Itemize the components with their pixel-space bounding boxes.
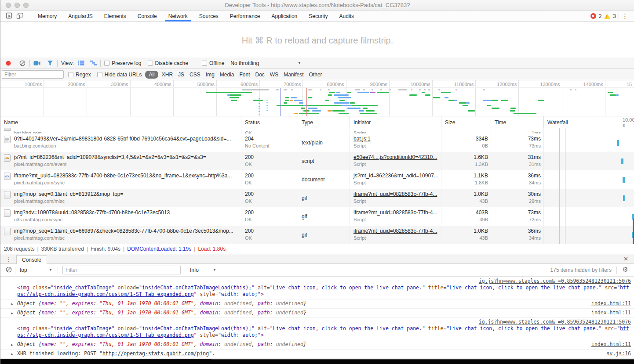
console-source-link[interactable]: ig.js?hn=www.staples.com& =0.85963524812…: [479, 278, 631, 284]
disable-cache-checkbox[interactable]: [148, 61, 153, 66]
record-icon[interactable]: [5, 60, 12, 67]
resource-filter-ws[interactable]: WS: [267, 71, 281, 79]
console-source-link[interactable]: sv.js:16: [607, 350, 631, 357]
request-row[interactable]: img?mop_seq=0:1&mt_cb=813912&mop_top=pix…: [0, 189, 634, 207]
request-name-cell: img?mop_seq=0:1&mt_cb=813912&mop_top=pix…: [0, 189, 241, 207]
tab-sources[interactable]: Sources: [193, 11, 224, 22]
rows-load-line: [565, 128, 565, 244]
execution-context-select[interactable]: top: [20, 267, 27, 273]
devtools-window: Developer Tools - http://www.staples.com…: [0, 0, 634, 364]
network-filter-input[interactable]: [2, 70, 64, 79]
column-header-initiator[interactable]: Initiator: [350, 116, 441, 128]
request-row[interactable]: bat.bing.comOKScript1ms: [0, 128, 634, 133]
tab-memory[interactable]: Memory: [32, 11, 62, 22]
overview-request-bar: [284, 102, 287, 104]
tab-console[interactable]: Console: [132, 11, 163, 22]
resource-filter-manifest[interactable]: Manifest: [281, 71, 306, 79]
overview-request-bar: [445, 97, 448, 98]
column-header-waterfall[interactable]: Waterfall: [544, 116, 634, 128]
tab-audits[interactable]: Audits: [334, 11, 360, 22]
filter-funnel-icon[interactable]: [47, 60, 54, 67]
preserve-log-checkbox[interactable]: [104, 61, 109, 66]
expand-arrow-icon[interactable]: ▶: [11, 301, 13, 307]
resource-filter-other[interactable]: Other: [306, 71, 325, 79]
console-url-link[interactable]: http://opentag-stats.qubit.com/ping: [102, 350, 209, 357]
tab-network[interactable]: Network: [163, 11, 193, 22]
error-icon[interactable]: ✕: [590, 13, 596, 19]
expand-arrow-icon[interactable]: ▶: [11, 342, 13, 348]
console-text-segment: ": [194, 332, 197, 338]
view-list-icon[interactable]: [77, 60, 84, 67]
request-row[interactable]: <>iframe?mt_uuid=0828583c-77fb-4700-b8be…: [0, 170, 634, 189]
network-overview[interactable]: 1000ms2000ms3000ms4000ms5000ms6000ms7000…: [0, 80, 634, 116]
initiator-link[interactable]: e50ee74....js?conditionId0=42310...: [353, 154, 438, 160]
resource-filter-css[interactable]: CSS: [187, 71, 203, 79]
initiator-link[interactable]: iframe?mt_uuid=0828583c-77fb-4...: [353, 209, 438, 216]
column-header-size[interactable]: Size: [441, 116, 491, 128]
expand-arrow-icon[interactable]: ▶: [11, 310, 13, 317]
log-level-select[interactable]: Info: [190, 267, 199, 273]
tab-performance[interactable]: Performance: [224, 11, 266, 22]
regex-checkbox[interactable]: [68, 72, 73, 77]
column-header-type[interactable]: Type: [298, 116, 350, 128]
request-row[interactable]: 0?ti=4017493&Ver=2&mid=8983180d-6828-65b…: [0, 133, 634, 152]
console-text-segment: onload: [118, 325, 136, 332]
inspect-element-icon[interactable]: [6, 12, 13, 20]
overview-request-bar: [328, 94, 332, 96]
console-message: ▶Object {name: "", expires: "Thu, 01 Jan…: [0, 340, 634, 349]
overview-request-bar: [466, 102, 470, 104]
console-source-link[interactable]: index.html:11: [591, 310, 631, 316]
file-type-icon-doc: [4, 136, 11, 143]
throttling-select[interactable]: No throttling: [230, 60, 259, 66]
request-row[interactable]: img?mop_seq=1:1&mt_cb=669897&check=08285…: [0, 226, 634, 244]
expand-arrow-icon[interactable]: ▶: [11, 351, 13, 357]
console-source-link[interactable]: index.html:11: [591, 341, 631, 348]
console-filter-input[interactable]: [62, 266, 181, 274]
drawer-menu-icon[interactable]: ⋮: [6, 256, 12, 263]
request-waterfall-cell: [544, 189, 634, 207]
console-text-segment: title: [428, 285, 444, 291]
gear-icon[interactable]: ⚙: [623, 266, 628, 274]
initiator-link[interactable]: bat.js:1: [353, 136, 438, 142]
size-transferred: 1.0KB: [445, 191, 488, 197]
column-header-status[interactable]: Status: [241, 116, 298, 128]
resource-filter-all[interactable]: All: [145, 71, 158, 79]
tab-elements[interactable]: Elements: [98, 11, 132, 22]
overview-request-bar: [266, 100, 268, 101]
resource-filter-doc[interactable]: Doc: [253, 71, 267, 79]
initiator-link[interactable]: iframe?mt_uuid=0828583c-77fb-4...: [353, 191, 438, 197]
devtools-menu-icon[interactable]: ⋮: [622, 13, 628, 19]
initiator-link[interactable]: js?mt_id=862236&mt_adid=10907...: [353, 173, 438, 179]
request-type-cell: gif: [298, 189, 350, 207]
tab-application[interactable]: Application: [266, 11, 303, 22]
warning-icon[interactable]: [604, 14, 610, 19]
filmstrip-camera-icon[interactable]: [33, 60, 40, 67]
resource-filter-font[interactable]: Font: [237, 71, 253, 79]
request-name: img?mop_seq=1:1&mt_cb=669897&check=08285…: [14, 228, 238, 234]
hide-data-urls-checkbox[interactable]: [97, 72, 102, 77]
resource-filter-js[interactable]: JS: [175, 71, 187, 79]
resource-filter-media[interactable]: Media: [217, 71, 237, 79]
console-clear-icon[interactable]: [6, 267, 12, 273]
overview-request-bar: [350, 102, 355, 104]
overview-request-bar: [468, 110, 475, 112]
column-header-time[interactable]: Time: [491, 116, 544, 128]
resource-filter-img[interactable]: Img: [203, 71, 217, 79]
close-icon[interactable]: ✕: [623, 256, 628, 262]
console-text-segment: =: [267, 325, 270, 332]
overview-request-bar: [390, 89, 391, 90]
console-source-link[interactable]: ig.js?hn=www.staples.com& =0.85963524812…: [479, 319, 631, 325]
request-row[interactable]: JSjs?mt_id=862236&mt_adid=109078&synclis…: [0, 152, 634, 170]
console-source-link[interactable]: index.html:11: [591, 300, 631, 307]
column-header-name[interactable]: Name: [0, 116, 241, 128]
view-waterfall-icon[interactable]: [90, 60, 97, 67]
tab-console[interactable]: Console: [16, 255, 47, 264]
resource-filter-xhr[interactable]: XHR: [159, 71, 175, 79]
device-toolbar-icon[interactable]: [16, 12, 24, 20]
offline-checkbox[interactable]: [202, 61, 207, 66]
request-row[interactable]: img?adv=109078&uuid=0828583c-77fb-4700-b…: [0, 207, 634, 226]
initiator-link[interactable]: iframe?mt_uuid=0828583c-77fb-4...: [353, 228, 438, 234]
clear-icon[interactable]: [19, 60, 26, 67]
tab-angularjs[interactable]: AngularJS: [62, 11, 98, 22]
tab-security[interactable]: Security: [303, 11, 333, 22]
